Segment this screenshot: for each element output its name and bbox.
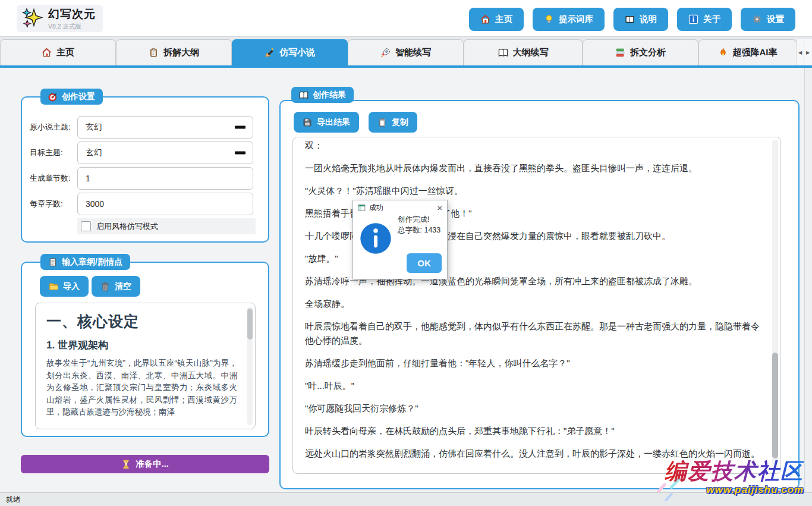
header-nav: 主页提示词库说明关于设置 (469, 8, 795, 31)
clipboard-icon (149, 48, 159, 58)
nav-button-gear[interactable]: 设置 (741, 8, 795, 31)
document-icon (48, 257, 58, 267)
dialog-close-icon[interactable]: × (437, 203, 442, 212)
result-paragraph: 叶辰转头看向母亲，在林氏鼓励的点头后，郑重其事地跪下行礼："弟子愿意！" (305, 424, 760, 438)
tab-6[interactable]: 拆文分析 (583, 39, 698, 65)
nav-button-label: 提示词库 (559, 14, 593, 25)
tab-label: 拆解大纲 (163, 47, 199, 58)
home-icon (480, 14, 490, 24)
fire-icon (718, 48, 728, 58)
tab-3[interactable]: 仿写小说 (232, 39, 348, 65)
header: 幻写次元 V8.2 正式版 主页提示词库说明关于设置 (0, 0, 812, 37)
dialog-titlebar[interactable]: 成功 × (353, 200, 447, 215)
style-mode-checkbox[interactable] (81, 221, 91, 231)
nav-button-info[interactable]: 关于 (677, 8, 732, 31)
app-title-block: 幻写次元 V8.2 正式版 (48, 7, 96, 31)
active-tab-strip (0, 65, 812, 68)
tab-7[interactable]: 超强降AI率 (698, 39, 797, 65)
status-text: 就绪 (6, 495, 20, 505)
tab-bar: 主页拆解大纲仿写小说智能续写大纲续写拆文分析超强降AI率 (0, 37, 812, 65)
result-paragraph: 苏清瑶缓步走到他面前，仔细打量着他："年轻人，你叫什么名字？" (305, 356, 760, 370)
clear-button-label: 清空 (115, 281, 131, 292)
tab-1[interactable]: 主页 (0, 39, 116, 65)
dialog-message: 创作完成! 总字数: 1433 (398, 214, 440, 235)
manual-icon (625, 14, 635, 24)
dialog-ok-button[interactable]: OK (407, 253, 442, 273)
gear-icon (752, 14, 762, 24)
tab-label: 智能续写 (395, 47, 431, 58)
result-scrollbar-thumb[interactable] (772, 353, 778, 458)
result-paragraph: 双： (305, 139, 760, 153)
field-input-4[interactable]: 3000 (77, 193, 253, 215)
field-label: 生成章节数: (30, 173, 71, 184)
result-paragraph: "叶...叶辰。" (305, 379, 760, 393)
dialog-title: 成功 (369, 203, 383, 213)
field-label: 每章字数: (30, 199, 63, 209)
dialog-message-line2: 总字数: 1433 (398, 225, 440, 235)
tab-scroll-left-icon[interactable]: ◀ (796, 39, 804, 65)
window-icon (358, 204, 366, 212)
settings-field-row: 每章字数:3000 (22, 193, 268, 215)
nav-button-label: 说明 (640, 14, 657, 25)
result-panel-title: 创作结果 (313, 90, 346, 100)
tab-2[interactable]: 拆解大纲 (116, 39, 232, 65)
tab-4[interactable]: 智能续写 (348, 39, 464, 65)
result-paragraph: 全场寂静。 (305, 297, 760, 311)
target-icon (48, 92, 58, 102)
nav-button-manual[interactable]: 说明 (613, 8, 668, 31)
success-dialog: 成功 × 创作完成! 总字数: 1433 OK (353, 200, 448, 279)
field-input-2[interactable]: 玄幻 (77, 142, 253, 164)
outline-scrollbar-track[interactable] (247, 307, 253, 425)
outline-scrollbar-thumb[interactable] (247, 309, 253, 340)
clear-button[interactable]: 清空 (92, 276, 140, 297)
nav-button-label: 设置 (767, 14, 784, 25)
field-input-1[interactable]: 玄幻 (77, 116, 253, 139)
outline-panel-title: 输入章纲/剧情点 (62, 257, 122, 268)
save-icon (303, 118, 312, 127)
info-icon (688, 14, 698, 24)
info-circle-icon (359, 222, 392, 255)
settings-panel-title: 创作设置 (62, 92, 95, 102)
field-label: 目标主题: (30, 147, 63, 158)
tab-bar-wrap: 主页拆解大纲仿写小说智能续写大纲续写拆文分析超强降AI率 (0, 37, 812, 65)
result-panel-badge: 创作结果 (291, 87, 354, 103)
tab-scroll-right-icon[interactable]: ▶ (804, 39, 811, 65)
export-button[interactable]: 导出结果 (294, 112, 359, 133)
outline-panel: 导入 清空 一、核心设定 1. 世界观架构 故事发生于“九州玄境”，此界以五座“… (21, 262, 269, 437)
result-paragraph: 远处火山口的岩浆突然剧烈翻涌，仿佛在回应着什么。没人注意到，叶辰的影子深处，一缕… (305, 447, 760, 461)
status-bar: 就绪 (0, 492, 812, 506)
app-window: 幻写次元 V8.2 正式版 主页提示词库说明关于设置 主页拆解大纲仿写小说智能续… (0, 0, 812, 506)
window-scrollbar-track[interactable] (804, 68, 812, 492)
nav-button-label: 主页 (495, 14, 512, 25)
combo-indicator-icon (235, 152, 246, 155)
tab-label: 仿写小说 (279, 47, 315, 58)
lightbulb-icon (544, 14, 554, 24)
book-icon (498, 48, 508, 58)
outline-heading2: 1. 世界观架构 (46, 338, 237, 352)
copy-icon (377, 118, 387, 127)
outline-textarea[interactable]: 一、核心设定 1. 世界观架构 故事发生于“九州玄境”，此界以五座“镇天山脉”为… (35, 303, 256, 429)
books-icon (615, 48, 625, 58)
rocket-icon (380, 48, 391, 58)
result-paragraph: 叶辰震惊地看着自己的双手，他能感觉到，体内似乎有什么东西正在苏醒。那是一种古老而… (305, 319, 760, 348)
generate-button[interactable]: 准备中... (21, 455, 269, 473)
copy-button[interactable]: 复制 (369, 112, 417, 133)
app-logo: 幻写次元 V8.2 正式版 (17, 5, 103, 32)
app-version: V8.2 正式版 (48, 23, 96, 31)
nav-button-label: 关于 (703, 14, 720, 25)
generate-button-label: 准备中... (136, 458, 169, 470)
folder-icon (49, 282, 58, 291)
book-icon (299, 90, 309, 100)
nav-button-home[interactable]: 主页 (469, 8, 524, 31)
result-paragraph: 一团火焰毫无预兆地从叶辰体内爆发而出，直接吞没了黑熊的拳头。盗匪头目惨叫一声，连… (305, 161, 760, 175)
import-button[interactable]: 导入 (40, 276, 89, 297)
tab-5[interactable]: 大纲续写 (464, 39, 583, 65)
export-button-label: 导出结果 (317, 117, 350, 128)
nav-button-lightbulb[interactable]: 提示词库 (533, 8, 605, 31)
combo-indicator-icon (235, 126, 246, 129)
result-scrollbar-track[interactable] (772, 140, 778, 471)
result-textarea[interactable]: 双：一团火焰毫无预兆地从叶辰体内爆发而出，直接吞没了黑熊的拳头。盗匪头目惨叫一声… (292, 137, 781, 474)
result-paragraph: "你可愿随我回天衍宗修炼？" (305, 401, 760, 416)
field-input-3[interactable]: 1 (77, 167, 253, 190)
outline-body-text: 故事发生于“九州玄境”，此界以五座“镇天山脉”为界，划分出东炎、西漠、南泽、北寒… (46, 357, 237, 419)
